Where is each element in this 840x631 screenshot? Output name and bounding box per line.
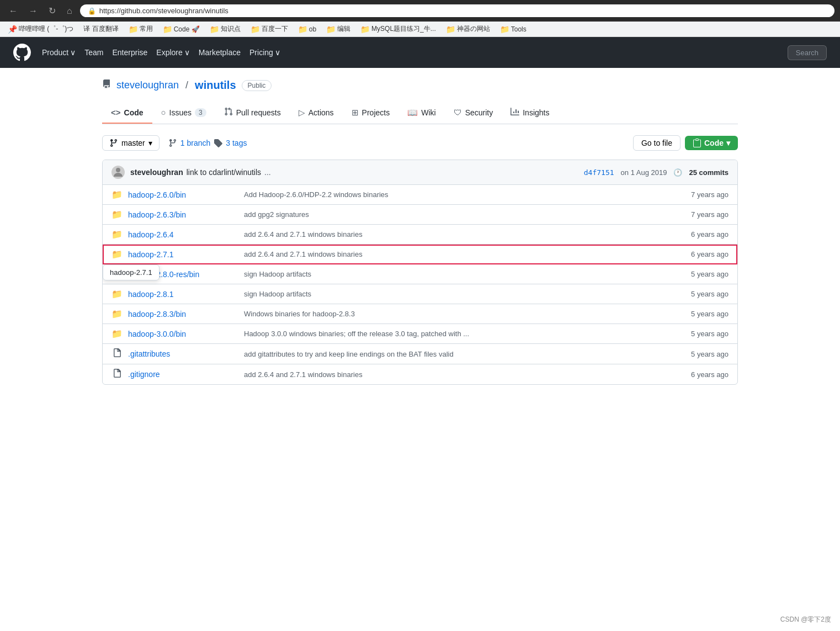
file-browser: steveloughran link to cdarlint/winutils … (102, 160, 738, 385)
file-time: 5 years ago (673, 290, 729, 298)
avatar (111, 166, 125, 179)
file-name-link[interactable]: .gitignore (128, 370, 238, 379)
bookmark-ob[interactable]: 📁 ob (295, 24, 320, 35)
file-time: 5 years ago (673, 350, 729, 358)
file-time: 5 years ago (673, 270, 729, 278)
repo-owner-link[interactable]: steveloughran (116, 79, 179, 91)
nav-refresh-button[interactable]: ↻ (45, 4, 59, 17)
nav-explore[interactable]: Explore ∨ (156, 48, 189, 57)
file-name-link[interactable]: hadoop-2.6.3/bin (128, 210, 238, 219)
bookmark-awesome[interactable]: 📁 神器の网站 (443, 23, 493, 35)
folder-icon: 📁 (111, 189, 123, 200)
file-row: 📁 hadoop-2.6.3/bin add gpg2 signatures 7… (103, 205, 737, 225)
pr-tab-icon (224, 107, 233, 118)
bookmark-translate[interactable]: 译 百度翻译 (80, 23, 121, 35)
nav-pricing[interactable]: Pricing ∨ (249, 48, 280, 57)
file-row: 📁 hadoop-2.8.1 sign Hadoop artifacts 5 y… (103, 284, 737, 304)
file-time: 5 years ago (673, 310, 729, 318)
code-button[interactable]: Code ▾ (685, 136, 738, 150)
file-icon (111, 369, 123, 380)
tooltip: hadoop-2.7.1 (103, 264, 160, 280)
file-commit-msg: add gitattributes to try and keep line e… (244, 350, 668, 358)
github-navbar: Product ∨ Team Enterprise Explore ∨ Mark… (0, 37, 840, 68)
nav-enterprise[interactable]: Enterprise (112, 48, 147, 57)
file-time: 6 years ago (673, 230, 729, 238)
commit-meta: d4f7151 on 1 Aug 2019 🕐 25 commits (584, 168, 729, 177)
lock-icon: 🔒 (88, 7, 96, 15)
file-name-link[interactable]: .gitattributes (128, 349, 238, 358)
bookmark-bilibili[interactable]: 📌 哔哩哔哩 (゜-゜)つ (4, 23, 77, 35)
search-button[interactable]: Search (788, 45, 827, 60)
repo-type-icon (102, 79, 111, 91)
branch-right: Go to file Code ▾ (633, 135, 738, 151)
branch-dropdown-icon: ▾ (148, 139, 152, 147)
tab-projects[interactable]: ⊞ Projects (343, 102, 399, 124)
branch-info: 1 branch 3 tags (168, 139, 247, 147)
tab-issues[interactable]: ○ Issues 3 (152, 102, 215, 124)
folder-icon: 📁 (111, 309, 123, 319)
folder-icon: 📁 (111, 328, 123, 339)
projects-tab-icon: ⊞ (352, 108, 359, 118)
tab-wiki[interactable]: 📖 Wiki (398, 102, 444, 124)
commit-hash[interactable]: d4f7151 (584, 168, 614, 177)
file-name-link[interactable]: hadoop-2.6.4 (128, 230, 238, 239)
tag-count-link[interactable]: 3 tags (226, 139, 247, 147)
bookmark-knowledge[interactable]: 📁 知识点 (206, 23, 244, 35)
code-dropdown-icon: ▾ (726, 139, 730, 147)
github-logo[interactable] (13, 44, 31, 61)
page-content: steveloughran / winutils Public <> Code … (89, 68, 751, 396)
file-row: 📁 hadoop-2.6.0/bin Add Hadoop-2.6.0/HDP-… (103, 185, 737, 205)
file-name-link[interactable]: hadoop-2.8.3/bin (128, 310, 238, 319)
nav-marketplace[interactable]: Marketplace (199, 48, 241, 57)
nav-forward-button[interactable]: → (25, 5, 41, 17)
tab-insights[interactable]: Insights (502, 102, 558, 124)
file-commit-msg: Add Hadoop-2.6.0/HDP-2.2 windows binarie… (244, 190, 668, 199)
file-commit-msg: add gpg2 signatures (244, 210, 668, 219)
file-commit-msg: add 2.6.4 and 2.7.1 windows binaries (244, 370, 668, 379)
file-commit-msg: add 2.6.4 and 2.7.1 windows binaries (244, 230, 668, 238)
file-commit-msg: add 2.6.4 and 2.7.1 windows binaries (244, 250, 668, 258)
file-time: 5 years ago (673, 330, 729, 338)
folder-icon: 📁 (111, 249, 123, 259)
file-name-link[interactable]: hadoop-3.0.0/bin (128, 330, 238, 338)
code-tab-icon: <> (111, 108, 121, 117)
bookmark-baidu[interactable]: 📁 百度一下 (247, 23, 291, 35)
security-tab-icon: 🛡 (454, 108, 462, 117)
address-bar[interactable]: 🔒 https://github.com/steveloughran/winut… (80, 4, 834, 17)
bookmark-edit[interactable]: 📁 编辑 (323, 23, 354, 35)
file-name-link[interactable]: hadoop-2.8.1 (128, 290, 238, 299)
repo-name-link[interactable]: winutils (195, 79, 236, 92)
repo-slash: / (185, 79, 188, 91)
file-row: 📁 hadoop-2.8.0-res/bin sign Hadoop artif… (103, 264, 737, 284)
nav-home-button[interactable]: ⌂ (63, 5, 76, 17)
folder-icon: 📁 (111, 289, 123, 299)
tab-code[interactable]: <> Code (102, 102, 152, 124)
file-name-link[interactable]: hadoop-2.6.0/bin (128, 190, 238, 199)
commit-dots: ... (264, 168, 271, 177)
branch-selector[interactable]: master ▾ (102, 135, 160, 151)
commits-count[interactable]: 25 commits (689, 168, 729, 177)
actions-tab-icon: ▷ (299, 108, 305, 118)
commit-bar: steveloughran link to cdarlint/winutils … (103, 160, 737, 185)
branch-count-link[interactable]: 1 branch (180, 139, 210, 147)
bookmark-common[interactable]: 📁 常用 (125, 23, 156, 35)
file-row: .gitattributes add gitattributes to try … (103, 344, 737, 364)
bookmark-mysql[interactable]: 📁 MySQL题目练习_牛... (357, 23, 439, 35)
nav-product[interactable]: Product ∨ (42, 48, 76, 57)
tab-security[interactable]: 🛡 Security (445, 102, 502, 124)
bookmark-tools[interactable]: 📁 Tools (497, 24, 530, 35)
nav-team[interactable]: Team (84, 48, 103, 57)
issues-tab-icon: ○ (161, 108, 166, 117)
commit-author[interactable]: steveloughran (130, 168, 183, 177)
tab-pull-requests[interactable]: Pull requests (215, 102, 290, 124)
file-commit-msg: Windows binaries for hadoop-2.8.3 (244, 310, 668, 318)
file-name-link-highlighted[interactable]: hadoop-2.7.1 (128, 250, 238, 259)
file-row: .gitignore add 2.6.4 and 2.7.1 windows b… (103, 364, 737, 384)
wiki-tab-icon: 📖 (407, 108, 418, 118)
go-to-file-button[interactable]: Go to file (633, 135, 680, 151)
branch-row: master ▾ 1 branch 3 tags Go to file Code… (102, 135, 738, 151)
nav-back-button[interactable]: ← (6, 5, 21, 17)
bookmark-code[interactable]: 📁 Code 🚀 (160, 24, 203, 35)
url-text: https://github.com/steveloughran/winutil… (99, 7, 228, 15)
tab-actions[interactable]: ▷ Actions (290, 102, 343, 124)
